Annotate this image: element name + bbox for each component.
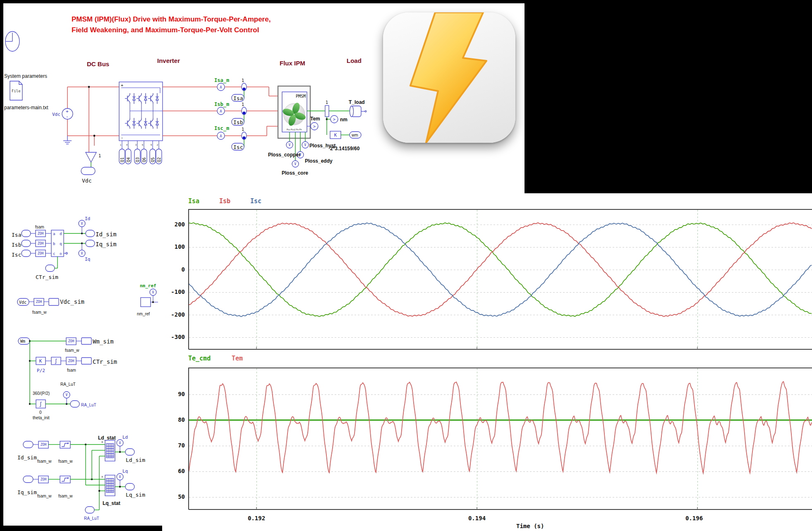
iq-sim-stadium[interactable]	[86, 240, 95, 247]
vdc-sim-group[interactable]: Vdc ZOH	[17, 298, 59, 305]
app-canvas: PMSM (IPM)(Flux) Drive with Maximum-Torq…	[0, 0, 812, 531]
ld-stat-lut-block[interactable]: x	[101, 440, 115, 461]
ploss-eddy-label: Ploss_eddy	[305, 158, 333, 164]
lq-stat-lut-block[interactable]: x	[101, 475, 115, 496]
iq-sim-label: Iq_sim	[96, 241, 117, 248]
id-sim-stadium[interactable]	[86, 230, 95, 237]
ammeter-isa[interactable]: A	[217, 83, 225, 91]
nm-probe[interactable]: >	[331, 115, 338, 123]
pmsm-pin-labels: Pcu Pcu2 Pe Ph	[287, 128, 302, 131]
fsam-w-ld1: fsam_w	[37, 459, 52, 464]
coupling-block[interactable]: 1	[325, 100, 329, 117]
current-waveform-plot[interactable]	[188, 209, 812, 350]
ctr-sim-input[interactable]	[46, 257, 57, 272]
isa-label-block: Isa	[233, 95, 243, 101]
vdc-sense-label-block[interactable]	[81, 167, 95, 175]
torque-waveform-plot[interactable]	[188, 368, 812, 510]
p1-ytick: -300	[163, 334, 185, 340]
gate-label-q1: Q1	[120, 157, 125, 162]
gate-signal-labels[interactable]: Q1 Q4 Q3 Q6 Q5 Q2	[119, 149, 162, 164]
clock-icon[interactable]	[5, 31, 19, 51]
voltmeter-glyph: V	[81, 252, 83, 255]
nm-ref-probe-label: nm_ref	[140, 283, 156, 288]
ground-symbol[interactable]	[63, 136, 72, 144]
iq-probe[interactable]: V	[79, 243, 85, 257]
gain-glyph: K	[334, 132, 337, 138]
coupling-one: 1	[326, 100, 328, 105]
inverter-gate-pins: 1 4 3 6 5 2	[120, 141, 159, 149]
fsam-w-lq2: fsam_w	[58, 494, 73, 498]
gate-label-q2: Q2	[157, 157, 161, 162]
pmsm-machine-block[interactable]: PMSM Pcu Pcu2 Pe Ph	[278, 86, 310, 138]
lq-probe-label: Lq	[122, 469, 128, 474]
zoh-glyph: ZOH	[41, 478, 47, 481]
legend-isa: Isa	[188, 197, 199, 205]
zoh-glyph: ZOH	[68, 339, 74, 343]
ctr-sim-row[interactable]: K ∫ ZOH	[30, 357, 91, 365]
wm-input-stadium[interactable]: Wm	[18, 338, 30, 344]
p1-ytick: 0	[163, 266, 185, 273]
inverter-block[interactable]: + -	[119, 82, 163, 141]
pin-num: 6	[142, 144, 144, 146]
ld-probe[interactable]: V	[117, 440, 123, 452]
sense-gain-value: 1	[98, 154, 101, 158]
zoh-glyph: ZOH	[36, 300, 42, 304]
voltmeter-glyph: V	[119, 475, 121, 479]
gain360-label: 360/(P/2)	[33, 391, 50, 396]
port-o: o	[60, 252, 62, 256]
ammeter-glyph: A	[220, 134, 222, 138]
ld-sim-stadium[interactable]	[125, 449, 134, 455]
zoh-glyph: ZOH	[38, 232, 44, 235]
id-sim-input-label: Id_sim	[17, 454, 37, 461]
ammeter-isc[interactable]: A	[217, 132, 225, 139]
nm-ref-group[interactable]: V	[141, 289, 158, 307]
voltmeter-glyph: V	[295, 162, 297, 166]
port-c: c	[53, 252, 55, 256]
probe-one: 1	[242, 102, 244, 107]
system-parameters-label: System parameters	[4, 73, 47, 79]
fsam-w-label: fsam_w	[32, 310, 47, 315]
wm-input-label: Wm	[20, 339, 25, 344]
nm-ref-block-label: nm_ref	[137, 312, 150, 316]
phase-c-probe[interactable]: 1 Isc	[232, 127, 247, 150]
dq-input-stadiums[interactable]	[22, 230, 31, 257]
ammeter-isb[interactable]: A	[217, 107, 225, 115]
id-probe[interactable]: V	[79, 220, 85, 233]
ammeter-glyph: A	[220, 85, 222, 89]
lq-stat-label: Lq_stat	[103, 500, 120, 506]
theta-init-label: theta_init	[33, 416, 50, 420]
vdc-source-label: Vdc	[52, 112, 60, 117]
voltmeter-glyph: V	[66, 393, 68, 397]
wm-sim-label: Wm_sim	[93, 338, 114, 345]
gate-label-q4: Q4	[126, 157, 131, 162]
lq-probe[interactable]: V	[117, 473, 123, 487]
iq-probe-label: Iq	[85, 257, 90, 262]
voltmeter-glyph: V	[152, 291, 154, 294]
vdc-sense-label: Vdc	[82, 178, 91, 184]
wm-sim-row[interactable]: ZOH	[30, 338, 91, 345]
voltmeter-glyph: V	[119, 441, 121, 445]
schematic-title-line2: Field Weakening, and Maximum-Torque-Per-…	[72, 26, 259, 34]
iq-sim-row[interactable]: ZOH z	[23, 476, 105, 483]
t-load-block[interactable]	[350, 106, 366, 117]
ra-lut-input-stadium[interactable]	[85, 507, 94, 513]
p2-ytick: 70	[163, 442, 185, 449]
phase-b-probe[interactable]: 1 Isb	[232, 102, 247, 125]
id-sim-row[interactable]: ZOH z	[23, 441, 105, 448]
lq-sim-stadium[interactable]	[125, 483, 134, 490]
vdc-source[interactable]: + -	[62, 108, 73, 119]
pin-num: 3	[135, 144, 137, 146]
minus-sign: -	[66, 114, 69, 119]
parameter-file-block[interactable]: File	[10, 81, 22, 100]
time-axis-label: Time (s)	[516, 523, 544, 529]
p2-ytick: 80	[163, 416, 185, 423]
pmsm-label: PMSM	[296, 94, 306, 99]
tem-probe[interactable]: >	[311, 123, 318, 130]
phase-a-probe[interactable]: 1 Isa	[232, 78, 247, 101]
rpm-gain-block[interactable]: K	[330, 131, 341, 139]
zoh-blocks-abc[interactable]: ZOH ZOH ZOH	[31, 230, 51, 257]
wm-label-block[interactable]: wm	[350, 132, 361, 138]
vdc-sense-gain[interactable]	[86, 152, 96, 167]
dc-bus-wires	[67, 86, 119, 152]
xtick-0196: 0.196	[681, 515, 707, 521]
